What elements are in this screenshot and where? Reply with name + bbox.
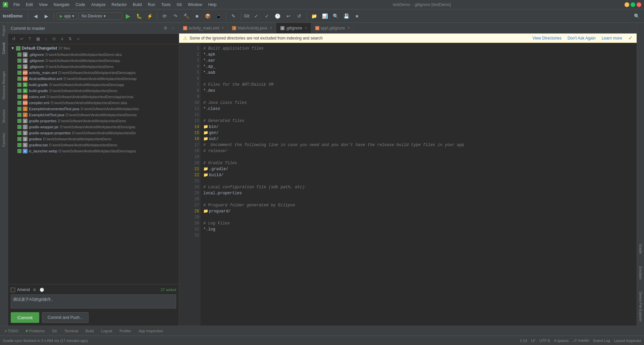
menu-edit[interactable]: Edit — [23, 2, 36, 8]
btab-git[interactable]: Git — [49, 328, 60, 334]
sync-button[interactable]: ⟳ — [160, 11, 169, 21]
menu-analyze[interactable]: Analyze — [89, 2, 108, 8]
file-checkbox-14[interactable] — [17, 131, 21, 135]
forward-button[interactable]: ▶ — [42, 11, 51, 21]
diff-btn[interactable]: ▦ — [34, 35, 42, 43]
file-checkbox-11[interactable] — [17, 113, 21, 117]
profile-button[interactable]: ⚡ — [145, 11, 154, 21]
stop-button[interactable]: ■ — [192, 11, 202, 21]
file-checkbox-9[interactable] — [17, 101, 21, 105]
file-checkbox-6[interactable] — [17, 83, 21, 87]
git-check-2[interactable]: ✓ — [262, 11, 272, 21]
sidebar-item-project[interactable]: Project — [2, 24, 6, 37]
device-explorer[interactable]: 📁 — [310, 11, 319, 21]
menu-navigate[interactable]: Navigate — [51, 2, 72, 8]
file-checkbox-3[interactable] — [17, 65, 21, 69]
status-encoding[interactable]: LF — [531, 339, 535, 343]
view-directories-link[interactable]: View Directories — [532, 36, 561, 41]
layout-inspector-link[interactable]: Layout Inspector — [614, 339, 641, 343]
file-item-9[interactable]: xml compiler.xml D:\workSoftware\Android… — [8, 100, 179, 106]
groupby-btn[interactable]: ⊙ — [50, 35, 58, 43]
btab-logcat[interactable]: Logcat — [98, 328, 115, 334]
tab-main-activity[interactable]: J MainActivity.java × — [228, 23, 276, 33]
status-position[interactable]: 1:14 — [520, 339, 527, 343]
menu-tools[interactable]: Tools — [159, 2, 173, 8]
database-inspector[interactable]: 💾 — [342, 11, 351, 21]
file-item-11[interactable]: J ExampleUnitTest.java D:\workSoftware\A… — [8, 112, 179, 118]
tab-close-gitignore[interactable]: × — [305, 26, 307, 30]
menu-refactor[interactable]: Refactor — [109, 2, 129, 8]
sidebar-item-favorites[interactable]: Favorites — [2, 132, 6, 148]
rollback-btn[interactable]: ↩ — [18, 35, 25, 43]
menu-help[interactable]: Help — [206, 2, 219, 8]
device-file-explorer-label[interactable]: Device File Explorer — [638, 289, 643, 324]
amend-clock-icon[interactable]: 🕐 — [39, 287, 45, 292]
changelist-checkbox[interactable] — [16, 46, 20, 51]
code-content[interactable]: # Built application files *.apk *.aar *.… — [201, 43, 637, 326]
emulator-label[interactable]: Emulator — [638, 264, 643, 282]
file-checkbox-10[interactable] — [17, 107, 21, 111]
btab-build[interactable]: Build — [82, 328, 97, 334]
build-button[interactable]: 🔨 — [181, 11, 191, 21]
menu-file[interactable]: File — [11, 2, 22, 8]
file-checkbox-13[interactable] — [17, 125, 21, 129]
file-checkbox-7[interactable] — [17, 89, 21, 93]
git-check-1[interactable]: ✓ — [252, 11, 261, 21]
file-item-10[interactable]: J ExampleInstrumentedTest.java D:\workSo… — [8, 106, 179, 112]
status-indent[interactable]: 4 spaces — [554, 339, 569, 343]
status-charset[interactable]: UTF-8 — [539, 339, 550, 343]
sidebar-item-resource-manager[interactable]: Resource Manager — [2, 70, 6, 101]
file-checkbox-2[interactable] — [17, 59, 21, 63]
tab-app-gitignore[interactable]: a app\.gitignore × — [311, 23, 354, 33]
menu-view[interactable]: View — [36, 2, 50, 8]
amend-settings-icon[interactable]: ⚙ — [32, 287, 37, 292]
file-item-5[interactable]: xml AndroidManifest.xml D:\workSoftware\… — [8, 76, 179, 82]
file-item-17[interactable]: w ic_launcher.webp D:\workSoftware\Andro… — [8, 148, 179, 154]
app-selector[interactable]: ▶ app ▾ — [57, 12, 77, 20]
file-item-15[interactable]: g gradlew D:\workSoftware\AndroidWorkpla… — [8, 136, 179, 142]
file-item-4[interactable]: xml activity_main.xml D:\workSoftware\An… — [8, 70, 179, 76]
sort-btn[interactable]: ≡ — [58, 35, 66, 43]
file-checkbox-17[interactable] — [17, 149, 21, 153]
commit-and-push-button[interactable]: Commit and Push... — [42, 312, 89, 323]
git-undo[interactable]: ↩ — [284, 11, 293, 21]
changelist-header[interactable]: ▼ Default Changelist 37 files — [8, 45, 179, 52]
menu-code[interactable]: Code — [73, 2, 88, 8]
debug-button[interactable]: 🐛 — [134, 11, 144, 21]
step-over[interactable]: ↷ — [171, 11, 180, 21]
git-clock[interactable]: 🕐 — [273, 11, 282, 21]
file-checkbox-4[interactable] — [17, 71, 21, 75]
menu-window[interactable]: Window — [185, 2, 205, 8]
file-item-16[interactable]: b gradlew.bat D:\workSoftware\AndroidWor… — [8, 142, 179, 148]
file-checkbox-8[interactable] — [17, 95, 21, 99]
tab-gitignore[interactable]: .g .gitignore × — [276, 23, 311, 33]
git-refresh[interactable]: ↺ — [294, 11, 304, 21]
status-branch[interactable]: ⎇ master — [573, 338, 589, 343]
sdk-manager[interactable]: 📦 — [203, 11, 212, 21]
file-checkbox-5[interactable] — [17, 77, 21, 81]
search-everywhere-button[interactable]: 🔍 — [632, 11, 641, 21]
gradle-label[interactable]: Gradle — [638, 241, 643, 257]
commit-message-input[interactable]: 测试基于AS的git操作。 — [11, 294, 176, 308]
shelve-btn[interactable]: ⤒ — [26, 35, 34, 43]
expand-btn[interactable]: ⇅ — [66, 35, 74, 43]
file-item-2[interactable]: .g .gitignore D:\workSoftware\AndroidWor… — [8, 58, 179, 64]
layout-inspector-btn[interactable]: 🔍 — [331, 11, 340, 21]
tab-close-app-gitignore[interactable]: × — [347, 26, 350, 30]
edit-configs[interactable]: ✎ — [229, 11, 238, 21]
app-quality[interactable]: ★ — [353, 11, 362, 21]
run-button[interactable]: ▶ — [123, 11, 133, 21]
profiler-btn[interactable]: 📊 — [320, 11, 330, 21]
commit-button[interactable]: Commit — [11, 312, 39, 323]
sidebar-item-structure[interactable]: Structure — [2, 108, 6, 125]
file-item-7[interactable]: G build.gradle D:\workSoftware\AndroidWo… — [8, 88, 179, 94]
commit-minimize-icon[interactable]: − — [169, 25, 176, 31]
file-checkbox-12[interactable] — [17, 119, 21, 123]
file-checkbox-16[interactable] — [17, 143, 21, 147]
btab-profiler[interactable]: Profiler — [116, 328, 135, 334]
file-checkbox-1[interactable] — [17, 53, 21, 57]
file-item-14[interactable]: p gradle-wrapper.properties D:\workSoftw… — [8, 130, 179, 136]
file-item-6[interactable]: G build.gradle D:\workSoftware\AndroidWo… — [8, 82, 179, 88]
minimize-button[interactable]: − — [625, 2, 629, 7]
tab-close-main-activity[interactable]: × — [270, 26, 272, 30]
